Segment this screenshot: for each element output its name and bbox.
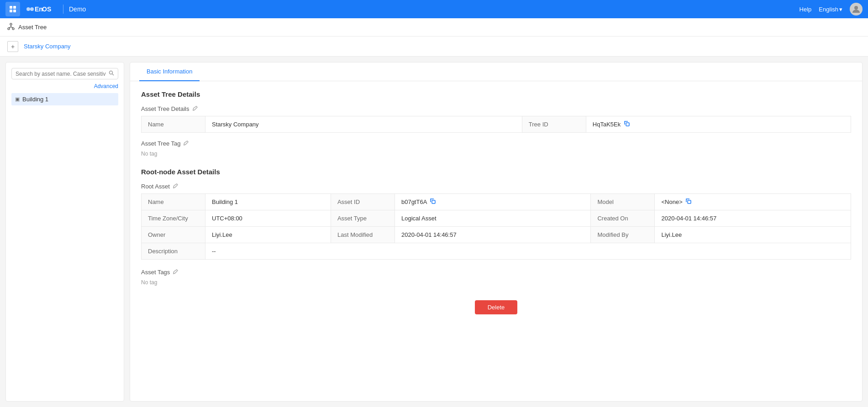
svg-point-15 [110, 71, 113, 74]
asset-type-label: Asset Type [331, 210, 395, 227]
tree-item-label: Building 1 [22, 96, 48, 103]
svg-point-5 [30, 7, 34, 11]
asset-tree-tag-no-tag: No tag [141, 151, 851, 157]
breadcrumb-title: Asset Tree [18, 24, 47, 31]
created-on-label: Created On [591, 210, 655, 227]
svg-point-8 [854, 6, 858, 10]
svg-rect-3 [13, 10, 16, 12]
advanced-link[interactable]: Advanced [94, 83, 118, 89]
company-link[interactable]: Starsky Company [24, 43, 71, 50]
add-button[interactable]: + [7, 41, 18, 52]
table-row: Name Building 1 Asset ID b07gtT6A [142, 194, 851, 210]
name-label: Name [142, 116, 205, 133]
model-copy-icon[interactable] [686, 199, 691, 205]
svg-line-16 [112, 74, 114, 75]
root-node-section: Root-node Asset Details Root Asset Name … [141, 168, 851, 286]
root-model-label: Model [591, 194, 655, 210]
sub-header: + Starsky Company [0, 37, 868, 57]
logo: En OS [26, 4, 58, 14]
asset-tree-details-header: Asset Tree Details [141, 105, 851, 112]
asset-tree-tag-header: Asset Tree Tag [141, 140, 851, 147]
svg-rect-19 [688, 200, 691, 204]
search-input[interactable] [16, 71, 106, 77]
asset-tree-details-edit-icon[interactable] [192, 105, 198, 112]
asset-tree-details-label: Asset Tree Details [141, 105, 189, 112]
svg-rect-0 [10, 6, 12, 9]
delete-button[interactable]: Delete [475, 300, 518, 314]
svg-point-11 [12, 28, 14, 30]
search-box[interactable] [11, 68, 118, 79]
content-panel: Basic Information Asset Tree Details Ass… [130, 62, 863, 402]
root-model-value: <None> [655, 194, 851, 210]
table-row: Description -- [142, 243, 851, 260]
tree-id-value: HqTaK5Ek [586, 116, 851, 133]
asset-tags-label: Asset Tags [141, 269, 170, 276]
root-name-value: Building 1 [205, 194, 331, 210]
svg-rect-17 [626, 123, 629, 126]
last-modified-value: 2020-04-01 14:46:57 [395, 227, 591, 243]
description-value: -- [205, 243, 851, 260]
root-asset-header: Root Asset [141, 183, 851, 190]
modified-by-label: Modified By [591, 227, 655, 243]
created-on-value: 2020-04-01 14:46:57 [655, 210, 851, 227]
asset-tree-tag-label: Asset Tree Tag [141, 140, 180, 147]
root-asset-edit-icon[interactable] [173, 183, 178, 190]
asset-tree-icon [7, 23, 15, 31]
svg-line-14 [11, 27, 13, 28]
root-asset-id-label: Asset ID [331, 194, 395, 210]
building-icon: ▣ [15, 96, 20, 102]
modified-by-value: Liyi.Lee [655, 227, 851, 243]
apps-button[interactable] [5, 2, 20, 16]
content-body: Asset Tree Details Asset Tree Details Na… [130, 81, 862, 324]
nav-demo-label: Demo [69, 5, 86, 13]
table-row: Owner Liyi.Lee Last Modified 2020-04-01 … [142, 227, 851, 243]
table-row: Time Zone/City UTC+08:00 Asset Type Logi… [142, 210, 851, 227]
owner-label: Owner [142, 227, 205, 243]
asset-tags-no-tag: No tag [141, 279, 851, 286]
table-row: Name Starsky Company Tree ID HqTaK5Ek [142, 116, 851, 133]
timezone-value: UTC+08:00 [205, 210, 331, 227]
svg-text:OS: OS [42, 5, 51, 13]
root-asset-table: Name Building 1 Asset ID b07gtT6A [141, 193, 851, 260]
tree-id-label: Tree ID [522, 116, 586, 133]
svg-point-10 [8, 28, 10, 30]
asset-tree-section-title: Asset Tree Details [141, 90, 851, 98]
asset-type-value: Logical Asset [395, 210, 591, 227]
svg-point-4 [26, 7, 30, 11]
root-name-label: Name [142, 194, 205, 210]
svg-rect-2 [10, 10, 12, 12]
user-avatar[interactable] [850, 3, 863, 16]
root-asset-label: Root Asset [141, 183, 170, 190]
tabs-container: Basic Information [130, 63, 862, 81]
tree-item[interactable]: ▣ Building 1 [11, 93, 118, 105]
help-link[interactable]: Help [800, 6, 812, 13]
description-label: Description [142, 243, 205, 260]
asset-tree-tag-edit-icon[interactable] [183, 140, 189, 147]
svg-rect-1 [13, 6, 16, 9]
delete-area: Delete [141, 300, 851, 314]
search-icon [109, 70, 114, 77]
name-value: Starsky Company [205, 116, 522, 133]
tab-basic-information[interactable]: Basic Information [139, 63, 200, 81]
owner-value: Liyi.Lee [205, 227, 331, 243]
asset-tree-table: Name Starsky Company Tree ID HqTaK5Ek [141, 116, 851, 133]
top-nav: En OS Demo Help English ▾ [0, 0, 868, 18]
breadcrumb-bar: Asset Tree [0, 18, 868, 37]
main-layout: Advanced ▣ Building 1 Basic Information … [0, 57, 868, 407]
timezone-label: Time Zone/City [142, 210, 205, 227]
svg-line-13 [9, 27, 11, 28]
last-modified-label: Last Modified [331, 227, 395, 243]
nav-right: Help English ▾ [800, 3, 863, 16]
root-asset-id-value: b07gtT6A [395, 194, 591, 210]
asset-id-copy-icon[interactable] [430, 199, 436, 205]
asset-tags-header: Asset Tags [141, 269, 851, 276]
svg-rect-18 [432, 200, 435, 204]
asset-tags-edit-icon[interactable] [173, 269, 178, 276]
sidebar: Advanced ▣ Building 1 [5, 62, 124, 402]
nav-divider [63, 5, 63, 14]
language-selector[interactable]: English ▾ [819, 6, 842, 13]
root-node-section-title: Root-node Asset Details [141, 168, 851, 176]
tree-id-copy-icon[interactable] [624, 122, 630, 127]
svg-point-9 [10, 23, 12, 25]
search-advanced-area: Advanced [11, 83, 118, 89]
